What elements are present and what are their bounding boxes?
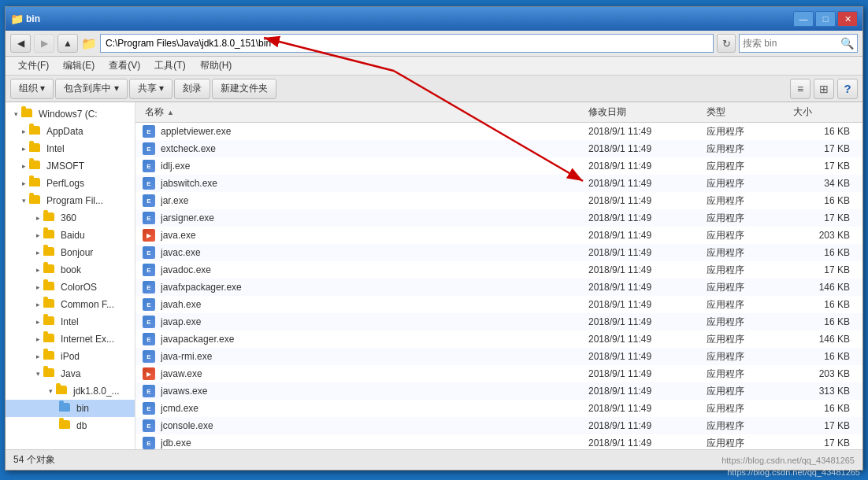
table-row[interactable]: Ejavafxpackager.exe2018/9/1 11:49应用程序146… [135, 279, 862, 296]
back-button[interactable]: ◀ [10, 34, 31, 53]
library-button[interactable]: 包含到库中 ▾ [55, 79, 127, 99]
sidebar-item-bin[interactable]: bin [6, 400, 135, 417]
table-row[interactable]: Ejar.exe2018/9/1 11:49应用程序16 KB [135, 192, 862, 209]
sidebar-item-label: Common F... [61, 299, 114, 310]
expand-icon: ▸ [34, 301, 42, 308]
table-row[interactable]: ▶java.exe2018/9/1 11:49应用程序203 KB [135, 227, 862, 244]
sidebar-item-common[interactable]: ▸ Common F... [6, 296, 135, 313]
file-type: 应用程序 [707, 229, 793, 242]
forward-button[interactable]: ▶ [34, 34, 54, 53]
menu-bar: 文件(F) 编辑(E) 查看(V) 工具(T) 帮助(H) [6, 57, 862, 76]
menu-file[interactable]: 文件(F) [12, 57, 55, 74]
table-row[interactable]: Ejabswitch.exe2018/9/1 11:49应用程序34 KB [135, 175, 862, 192]
sidebar-item-label: book [61, 264, 81, 275]
minimize-button[interactable]: — [793, 11, 814, 27]
sidebar-item-java[interactable]: ▾ Java [6, 365, 135, 382]
maximize-button[interactable]: □ [815, 11, 836, 27]
table-row[interactable]: Eextcheck.exe2018/9/1 11:49应用程序17 KB [135, 140, 862, 157]
file-date: 2018/9/1 11:49 [588, 438, 707, 449]
file-name: javadoc.exe [161, 264, 588, 275]
sidebar-item-jdk[interactable]: ▾ jdk1.8.0_... [6, 382, 135, 400]
file-size: 17 KB [793, 438, 856, 449]
table-row[interactable]: Ejcmd.exe2018/9/1 11:49应用程序16 KB [135, 400, 862, 417]
table-row[interactable]: Ejarsigner.exe2018/9/1 11:49应用程序17 KB [135, 209, 862, 227]
file-name: java.exe [161, 230, 588, 241]
file-date: 2018/9/1 11:49 [588, 143, 707, 154]
col-header-date[interactable]: 修改日期 [588, 105, 707, 119]
sidebar-item-book[interactable]: ▸ book [6, 261, 135, 279]
sidebar-item-programfiles[interactable]: ▾ Program Fil... [6, 192, 135, 209]
table-row[interactable]: Ejavap.exe2018/9/1 11:49应用程序16 KB [135, 313, 862, 330]
file-date: 2018/9/1 11:49 [588, 316, 707, 327]
table-row[interactable]: Ejconsole.exe2018/9/1 11:49应用程序17 KB [135, 417, 862, 434]
file-icon: E [142, 316, 156, 328]
sidebar-item-intel2[interactable]: ▸ Intel [6, 313, 135, 330]
sidebar-item-perflogs[interactable]: ▸ PerfLogs [6, 175, 135, 192]
col-header-name[interactable]: 名称 ▲ [142, 105, 588, 119]
table-row[interactable]: Ejavaws.exe2018/9/1 11:49应用程序313 KB [135, 382, 862, 400]
sidebar-folder-icon [43, 368, 57, 379]
table-row[interactable]: Ejdb.exe2018/9/1 11:49应用程序17 KB [135, 434, 862, 449]
sidebar-item-appdata[interactable]: ▸ AppData [6, 123, 135, 140]
search-icon[interactable]: 🔍 [840, 37, 854, 50]
address-input[interactable] [100, 34, 714, 53]
exe-icon: E [143, 281, 155, 294]
file-date: 2018/9/1 11:49 [588, 420, 707, 431]
sidebar-folder-icon [43, 264, 57, 275]
col-header-size[interactable]: 大小 [793, 105, 856, 119]
menu-view[interactable]: 查看(V) [102, 57, 147, 74]
file-icon: E [142, 402, 156, 415]
col-header-type[interactable]: 类型 [707, 105, 793, 119]
main-content: ▾ Windows7 (C: ▸ AppData ▸ Intel ▸ JMSO [6, 102, 862, 449]
exe-special-icon: ▶ [143, 229, 155, 242]
table-row[interactable]: Ejava-rmi.exe2018/9/1 11:49应用程序16 KB [135, 348, 862, 365]
table-row[interactable]: ▶javaw.exe2018/9/1 11:49应用程序203 KB [135, 365, 862, 382]
file-icon: E [142, 212, 156, 224]
expand-icon: ▸ [34, 214, 42, 222]
sidebar-item-internetex[interactable]: ▸ Internet Ex... [6, 330, 135, 348]
menu-tools[interactable]: 工具(T) [148, 57, 191, 74]
help-button[interactable]: ? [837, 79, 858, 99]
title-icon: 📁 [10, 13, 23, 25]
view-detail-button[interactable]: ≡ [790, 79, 811, 99]
new-folder-button[interactable]: 新建文件夹 [212, 79, 276, 99]
close-button[interactable]: ✕ [837, 11, 858, 27]
search-input[interactable] [743, 38, 837, 49]
organize-button[interactable]: 组织 ▾ [10, 79, 54, 99]
sidebar-folder-icon [29, 195, 43, 206]
burn-button[interactable]: 刻录 [174, 79, 210, 99]
sidebar-folder-icon [59, 420, 73, 431]
sidebar-item-baidu[interactable]: ▸ Baidu [6, 227, 135, 244]
file-name: javap.exe [161, 316, 588, 327]
table-row[interactable]: Ejavapackager.exe2018/9/1 11:49应用程序146 K… [135, 330, 862, 348]
sidebar-item-coloros[interactable]: ▸ ColorOS [6, 279, 135, 296]
table-row[interactable]: Eappletviewer.exe2018/9/1 11:49应用程序16 KB [135, 123, 862, 140]
menu-edit[interactable]: 编辑(E) [57, 57, 101, 74]
file-date: 2018/9/1 11:49 [588, 264, 707, 275]
table-row[interactable]: Ejavah.exe2018/9/1 11:49应用程序16 KB [135, 296, 862, 313]
refresh-button[interactable]: ↻ [717, 34, 736, 53]
sidebar-item-intel[interactable]: ▸ Intel [6, 140, 135, 157]
sidebar-item-360[interactable]: ▸ 360 [6, 209, 135, 227]
exe-icon: E [143, 419, 155, 432]
table-row[interactable]: Eidlj.exe2018/9/1 11:49应用程序17 KB [135, 157, 862, 175]
sidebar-item-bonjour[interactable]: ▸ Bonjour [6, 244, 135, 261]
file-name: jconsole.exe [161, 420, 588, 431]
menu-help[interactable]: 帮助(H) [194, 57, 239, 74]
file-type: 应用程序 [707, 437, 793, 450]
sidebar-item-jmsoft[interactable]: ▸ JMSOFT [6, 157, 135, 175]
file-type: 应用程序 [707, 402, 793, 415]
file-type: 应用程序 [707, 212, 793, 225]
up-button[interactable]: ▲ [57, 34, 78, 53]
share-button[interactable]: 共享 ▾ [129, 79, 172, 99]
table-row[interactable]: Ejavadoc.exe2018/9/1 11:49应用程序17 KB [135, 261, 862, 279]
file-date: 2018/9/1 11:49 [588, 351, 707, 362]
sidebar-item-label: Intel [46, 143, 65, 154]
sidebar-item-ipod[interactable]: ▸ iPod [6, 348, 135, 365]
expand-icon: ▾ [20, 197, 28, 205]
table-row[interactable]: Ejavac.exe2018/9/1 11:49应用程序16 KB [135, 244, 862, 261]
sidebar-item-db[interactable]: db [6, 417, 135, 434]
view-icon-button[interactable]: ⊞ [814, 79, 834, 99]
sidebar-item-windows7[interactable]: ▾ Windows7 (C: [6, 105, 135, 123]
file-size: 17 KB [793, 161, 856, 172]
